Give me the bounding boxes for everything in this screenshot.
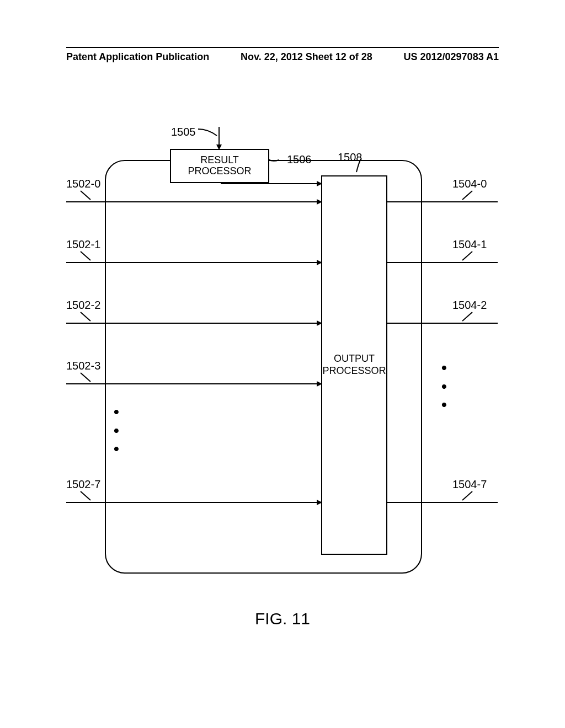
result-processor-block: RESULT PROCESSOR xyxy=(170,149,269,183)
leader-1502-1-icon xyxy=(78,250,95,261)
input-line-0 xyxy=(66,201,321,202)
input-line-2 xyxy=(66,323,321,324)
leader-1505-icon xyxy=(197,128,219,138)
label-1502-3: 1502-3 xyxy=(66,360,100,372)
label-1504-0: 1504-0 xyxy=(452,178,487,190)
leader-1506-icon xyxy=(269,159,291,160)
input-line-7 xyxy=(66,502,321,503)
header-left: Patent Application Publication xyxy=(66,51,209,63)
publication-header: Patent Application Publication Nov. 22, … xyxy=(66,47,499,63)
leader-1502-0-icon xyxy=(78,190,95,201)
input-line-3 xyxy=(66,383,321,384)
figure-caption: FIG. 11 xyxy=(0,609,565,628)
input-ellipsis-icon: ••• xyxy=(114,403,119,458)
label-1504-2: 1504-2 xyxy=(452,299,487,312)
leader-1502-7-icon xyxy=(78,490,95,501)
leader-1502-2-icon xyxy=(78,311,95,322)
label-1505-text: 1505 xyxy=(171,126,196,138)
leader-1508-icon xyxy=(353,157,370,173)
label-1502-7: 1502-7 xyxy=(66,478,100,491)
output-line-1 xyxy=(387,262,498,263)
output-ellipsis-icon: ••• xyxy=(441,358,447,414)
connector-result-to-output xyxy=(221,183,321,184)
leader-1504-7-icon xyxy=(459,490,476,501)
header-center: Nov. 22, 2012 Sheet 12 of 28 xyxy=(241,51,372,63)
result-processor-label: RESULT PROCESSOR xyxy=(171,155,268,177)
label-1502-1: 1502-1 xyxy=(66,238,100,251)
label-1504-7: 1504-7 xyxy=(452,478,487,491)
header-right: US 2012/0297083 A1 xyxy=(404,51,499,63)
label-1504-1: 1504-1 xyxy=(452,238,487,251)
output-line-0 xyxy=(387,201,498,202)
leader-1502-3-icon xyxy=(78,372,95,383)
arrow-1505 xyxy=(218,127,220,149)
leader-1504-2-icon xyxy=(459,311,476,322)
label-1502-2: 1502-2 xyxy=(66,299,100,312)
output-processor-label: OUTPUT PROCESSOR xyxy=(322,353,386,377)
leader-1504-1-icon xyxy=(459,250,476,261)
label-1502-0: 1502-0 xyxy=(66,178,100,190)
label-1505: 1505 xyxy=(171,126,196,138)
figure-canvas: 1505 RESULT PROCESSOR 1506 1508 OUTPUT P… xyxy=(66,127,499,579)
output-line-7 xyxy=(387,502,498,503)
output-line-2 xyxy=(387,323,498,324)
output-processor-block: OUTPUT PROCESSOR xyxy=(321,175,387,555)
input-line-1 xyxy=(66,262,321,263)
leader-1504-0-icon xyxy=(459,190,476,201)
